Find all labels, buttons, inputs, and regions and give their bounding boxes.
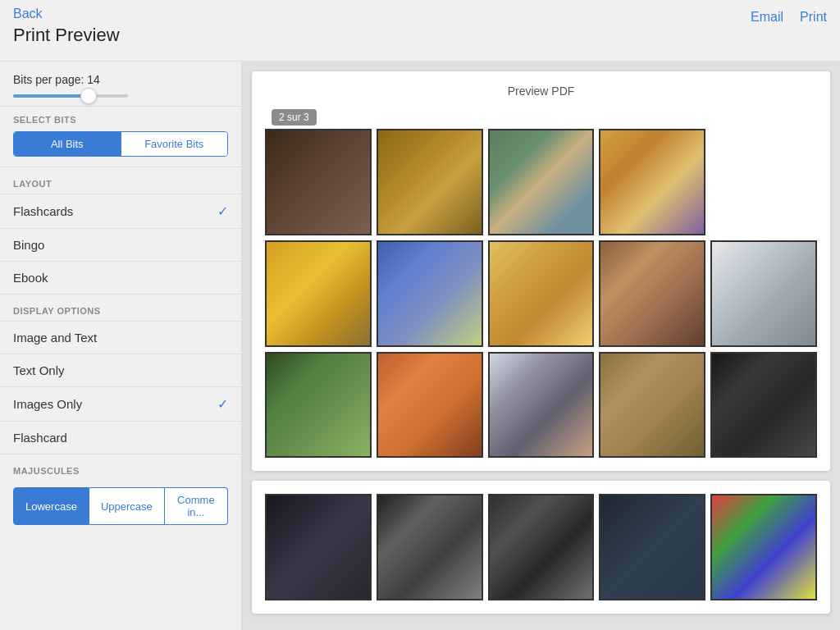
layout-item-ebook-label: Ebook bbox=[13, 271, 48, 285]
art-image-9 bbox=[600, 242, 704, 345]
display-images-only-label: Images Only bbox=[13, 397, 82, 411]
art-image-4 bbox=[600, 130, 704, 234]
art-card-6 bbox=[265, 240, 372, 347]
select-bits-section: SELECT BITS All Bits Favorite Bits bbox=[0, 107, 241, 167]
majuscules-label: MAJUSCULES bbox=[0, 463, 241, 481]
art-image-17 bbox=[378, 495, 482, 599]
art-card-15 bbox=[710, 352, 817, 459]
top-header: Back Print Preview Email Print bbox=[0, 0, 840, 62]
display-image-text-label: Image and Text bbox=[13, 331, 97, 345]
back-link[interactable]: Back bbox=[13, 7, 120, 21]
image-grid-row3 bbox=[265, 352, 817, 459]
favorite-bits-button[interactable]: Favorite Bits bbox=[121, 132, 228, 156]
bits-per-page-slider[interactable] bbox=[13, 94, 128, 98]
content-area: Preview PDF 2 sur 3 bbox=[242, 62, 840, 630]
all-bits-button[interactable]: All Bits bbox=[14, 132, 121, 156]
print-link[interactable]: Print bbox=[800, 10, 827, 25]
display-item-text-only[interactable]: Text Only bbox=[0, 354, 241, 386]
layout-item-bingo-label: Bingo bbox=[13, 238, 44, 252]
bits-toggle-group: All Bits Favorite Bits bbox=[13, 131, 228, 157]
art-card-3 bbox=[488, 129, 595, 235]
art-image-16 bbox=[267, 495, 370, 599]
art-card-10 bbox=[710, 240, 817, 347]
uppercase-button[interactable]: Uppercase bbox=[89, 487, 165, 525]
art-image-10 bbox=[712, 242, 815, 345]
layout-item-flashcards[interactable]: Flashcards ✓ bbox=[0, 194, 241, 228]
art-image-14 bbox=[600, 354, 704, 457]
art-card-20 bbox=[710, 494, 817, 600]
slider-container bbox=[13, 94, 228, 98]
art-card-9 bbox=[599, 240, 705, 347]
art-image-11 bbox=[267, 354, 370, 457]
display-options-label: DISPLAY OPTIONS bbox=[0, 303, 241, 321]
art-card-8 bbox=[488, 240, 595, 347]
sidebar: Bits per page: 14 SELECT BITS All Bits F… bbox=[0, 62, 242, 630]
art-image-1 bbox=[267, 130, 370, 234]
display-flashcard-label: Flashcard bbox=[13, 431, 67, 445]
art-card-17 bbox=[377, 494, 483, 600]
layout-label: LAYOUT bbox=[0, 176, 241, 194]
art-image-19 bbox=[600, 495, 704, 599]
pdf-card-1: Preview PDF 2 sur 3 bbox=[252, 71, 830, 471]
lowercase-button[interactable]: Lowercase bbox=[13, 487, 89, 525]
art-card-4 bbox=[599, 129, 705, 235]
main-container: Bits per page: 14 SELECT BITS All Bits F… bbox=[0, 62, 840, 630]
art-card-12 bbox=[377, 352, 483, 459]
art-image-13 bbox=[490, 354, 593, 457]
header-right: Email Print bbox=[751, 7, 827, 25]
art-image-12 bbox=[378, 354, 482, 457]
page-title: Print Preview bbox=[13, 25, 120, 46]
layout-section: LAYOUT Flashcards ✓ Bingo Ebook bbox=[0, 167, 241, 294]
bits-per-page-section: Bits per page: 14 bbox=[0, 62, 241, 107]
images-only-checkmark: ✓ bbox=[217, 396, 228, 412]
select-bits-label: SELECT BITS bbox=[13, 115, 228, 125]
header-left: Back Print Preview bbox=[13, 7, 120, 46]
art-image-15 bbox=[712, 354, 815, 457]
art-card-13 bbox=[488, 352, 595, 459]
art-card-2 bbox=[377, 129, 483, 235]
layout-item-bingo[interactable]: Bingo bbox=[0, 228, 241, 261]
art-card-14 bbox=[599, 352, 705, 459]
art-card-7 bbox=[377, 240, 483, 347]
majuscules-section: MAJUSCULES Lowercase Uppercase Comme in.… bbox=[0, 454, 241, 532]
bits-per-page-label: Bits per page: 14 bbox=[13, 73, 228, 86]
display-options-section: DISPLAY OPTIONS Image and Text Text Only… bbox=[0, 294, 241, 454]
display-item-flashcard[interactable]: Flashcard bbox=[0, 421, 241, 454]
image-grid-row1 bbox=[265, 129, 817, 235]
art-image-20 bbox=[712, 495, 815, 599]
art-image-8 bbox=[490, 242, 593, 345]
art-image-6 bbox=[267, 242, 370, 345]
art-image-7 bbox=[378, 242, 482, 345]
art-image-18 bbox=[490, 495, 593, 599]
preview-pdf-title: Preview PDF bbox=[265, 84, 817, 98]
flashcards-checkmark: ✓ bbox=[217, 203, 228, 219]
art-card-1 bbox=[265, 129, 372, 235]
majuscules-toggle-group: Lowercase Uppercase Comme in... bbox=[0, 481, 241, 532]
image-grid-row2 bbox=[265, 240, 817, 347]
art-card-19 bbox=[599, 494, 705, 600]
image-grid-row4 bbox=[265, 494, 817, 600]
page-badge: 2 sur 3 bbox=[272, 109, 317, 126]
display-item-images-only[interactable]: Images Only ✓ bbox=[0, 386, 241, 421]
comme-in-button[interactable]: Comme in... bbox=[165, 487, 228, 525]
layout-item-ebook[interactable]: Ebook bbox=[0, 261, 241, 294]
art-image-2 bbox=[378, 130, 482, 234]
art-image-3 bbox=[490, 130, 593, 234]
display-text-only-label: Text Only bbox=[13, 363, 65, 377]
layout-item-flashcards-label: Flashcards bbox=[13, 204, 73, 218]
art-card-16 bbox=[265, 494, 372, 600]
art-card-11 bbox=[265, 352, 372, 459]
display-item-image-text[interactable]: Image and Text bbox=[0, 321, 241, 354]
art-card-18 bbox=[488, 494, 595, 600]
pdf-card-2 bbox=[252, 481, 830, 614]
email-link[interactable]: Email bbox=[751, 10, 783, 25]
